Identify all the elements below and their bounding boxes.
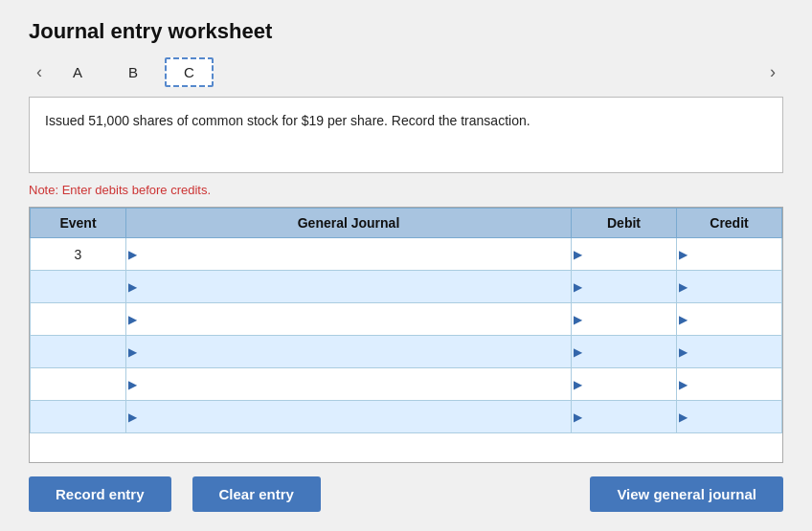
tab-c[interactable]: C: [165, 57, 214, 87]
nav-left-arrow[interactable]: ‹: [29, 60, 50, 84]
journal-cell[interactable]: ▶: [126, 303, 572, 336]
credit-cell[interactable]: ▶: [677, 271, 782, 303]
event-cell: [31, 303, 126, 336]
debit-input[interactable]: [587, 245, 676, 263]
debit-input[interactable]: [587, 310, 676, 328]
credit-cell[interactable]: ▶: [677, 401, 782, 433]
debit-input[interactable]: [587, 375, 676, 393]
credit-input[interactable]: [692, 408, 781, 426]
table-row: ▶▶▶: [31, 368, 782, 401]
credit-cell[interactable]: ▶: [677, 238, 782, 271]
credit-input[interactable]: [692, 375, 781, 393]
description-text: Issued 51,000 shares of common stock for…: [45, 113, 530, 128]
debit-arrow-icon: ▶: [574, 345, 582, 359]
header-journal: General Journal: [126, 209, 572, 238]
credit-arrow-icon: ▶: [679, 248, 688, 261]
journal-arrow-icon: ▶: [128, 313, 137, 326]
journal-arrow-icon: ▶: [128, 248, 137, 261]
page-title: Journal entry worksheet: [29, 19, 783, 44]
table-row: ▶▶▶: [31, 336, 782, 368]
credit-arrow-icon: ▶: [679, 345, 688, 359]
journal-table: Event General Journal Debit Credit 3▶▶▶▶…: [30, 208, 782, 433]
debit-arrow-icon: ▶: [574, 410, 582, 424]
table-row: ▶▶▶: [31, 271, 782, 303]
debit-cell[interactable]: ▶: [572, 368, 677, 401]
table-row: ▶▶▶: [31, 303, 782, 336]
credit-input[interactable]: [692, 343, 781, 361]
view-general-journal-button[interactable]: View general journal: [590, 476, 783, 512]
debit-cell[interactable]: ▶: [572, 401, 677, 433]
event-cell: [31, 336, 126, 368]
clear-entry-button[interactable]: Clear entry: [192, 476, 321, 512]
journal-input[interactable]: [142, 245, 571, 263]
event-cell: [31, 401, 126, 433]
credit-cell[interactable]: ▶: [677, 336, 782, 368]
journal-input[interactable]: [142, 408, 571, 426]
journal-arrow-icon: ▶: [128, 345, 137, 359]
event-cell: [31, 368, 126, 401]
credit-input[interactable]: [692, 277, 781, 296]
credit-arrow-icon: ▶: [679, 378, 688, 391]
credit-input[interactable]: [692, 245, 781, 263]
table-row: 3▶▶▶: [31, 238, 782, 271]
credit-cell[interactable]: ▶: [677, 368, 782, 401]
journal-cell[interactable]: ▶: [126, 336, 572, 368]
debit-cell[interactable]: ▶: [572, 303, 677, 336]
debit-cell[interactable]: ▶: [572, 271, 677, 303]
debit-input[interactable]: [587, 343, 676, 361]
header-credit: Credit: [677, 209, 782, 238]
journal-arrow-icon: ▶: [128, 378, 137, 391]
buttons-row: Record entry Clear entry View general jo…: [29, 476, 783, 512]
debit-cell[interactable]: ▶: [572, 336, 677, 368]
nav-right-arrow[interactable]: ›: [762, 60, 783, 84]
record-entry-button[interactable]: Record entry: [29, 476, 171, 512]
credit-cell[interactable]: ▶: [677, 303, 782, 336]
journal-cell[interactable]: ▶: [126, 271, 572, 303]
journal-cell[interactable]: ▶: [126, 238, 572, 271]
journal-input[interactable]: [142, 343, 571, 361]
journal-input[interactable]: [142, 310, 571, 328]
debit-arrow-icon: ▶: [574, 313, 582, 326]
table-header-row: Event General Journal Debit Credit: [31, 209, 782, 238]
debit-input[interactable]: [587, 408, 676, 426]
debit-input[interactable]: [587, 277, 676, 296]
event-cell: [31, 271, 126, 303]
credit-arrow-icon: ▶: [679, 313, 688, 326]
tab-b[interactable]: B: [109, 57, 157, 87]
journal-arrow-icon: ▶: [128, 410, 137, 424]
journal-cell[interactable]: ▶: [126, 401, 572, 433]
note-text: Note: Enter debits before credits.: [29, 183, 783, 197]
debit-cell[interactable]: ▶: [572, 238, 677, 271]
tabs-row: ‹ A B C ›: [29, 57, 783, 87]
description-box: Issued 51,000 shares of common stock for…: [29, 97, 783, 173]
credit-input[interactable]: [692, 310, 781, 328]
debit-arrow-icon: ▶: [574, 280, 582, 294]
journal-input[interactable]: [142, 375, 571, 393]
table-row: ▶▶▶: [31, 401, 782, 433]
journal-table-wrapper: Event General Journal Debit Credit 3▶▶▶▶…: [29, 207, 783, 463]
header-debit: Debit: [572, 209, 677, 238]
credit-arrow-icon: ▶: [679, 280, 688, 294]
debit-arrow-icon: ▶: [574, 248, 582, 261]
journal-arrow-icon: ▶: [128, 280, 137, 294]
header-event: Event: [31, 209, 126, 238]
event-cell: 3: [31, 238, 126, 271]
debit-arrow-icon: ▶: [574, 378, 582, 391]
tab-a[interactable]: A: [54, 57, 102, 87]
journal-input[interactable]: [142, 277, 571, 296]
credit-arrow-icon: ▶: [679, 410, 688, 424]
journal-cell[interactable]: ▶: [126, 368, 572, 401]
main-container: Journal entry worksheet ‹ A B C › Issued…: [0, 0, 812, 531]
